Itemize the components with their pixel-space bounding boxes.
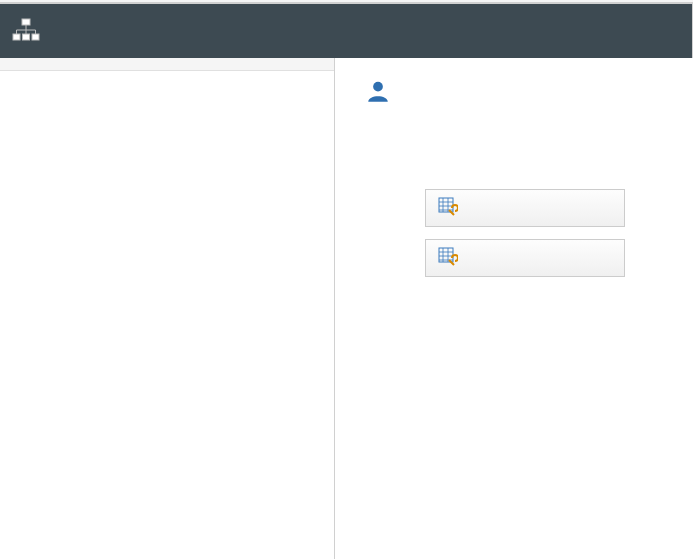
svg-rect-2: [23, 34, 30, 40]
action-buttons: [425, 189, 663, 277]
svg-rect-3: [32, 34, 39, 40]
left-panel: [0, 58, 335, 559]
grid-wrench-icon: [438, 247, 458, 270]
svg-point-4: [373, 82, 383, 92]
detail-header: [365, 78, 663, 107]
left-panel-title: [0, 58, 334, 71]
main-area: [0, 58, 693, 559]
user-icon: [365, 78, 391, 107]
grid-wrench-icon: [438, 197, 458, 220]
view-permissions-button[interactable]: [425, 189, 625, 227]
config-permissions-button[interactable]: [425, 239, 625, 277]
page-header: [0, 3, 693, 58]
detail-panel: [335, 58, 693, 559]
org-tree[interactable]: [0, 71, 334, 559]
svg-rect-1: [13, 34, 20, 40]
svg-rect-0: [22, 19, 30, 25]
org-chart-icon: [12, 18, 40, 45]
